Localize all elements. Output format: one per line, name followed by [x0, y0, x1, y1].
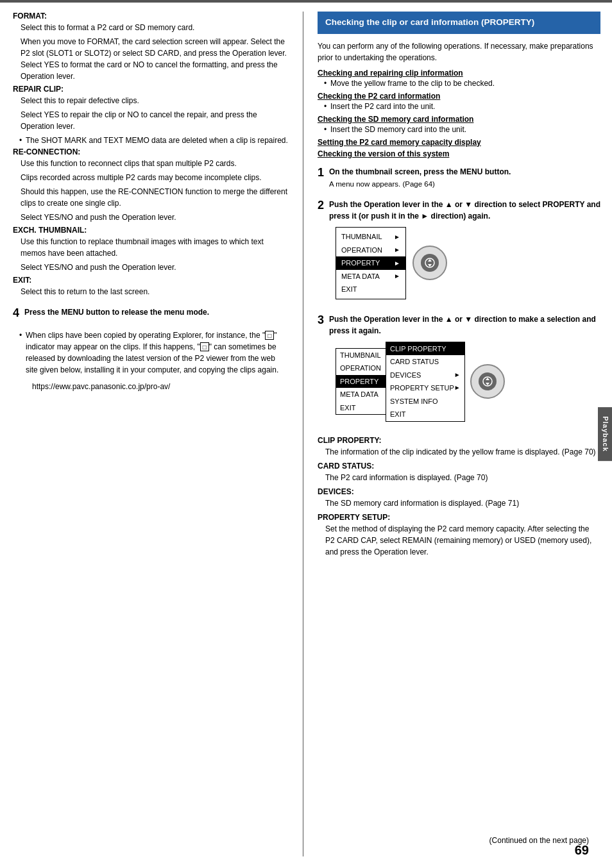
- card-status-heading: CARD STATUS:: [318, 462, 600, 471]
- property-setup-section: PROPERTY SETUP: Set the method of displa…: [318, 513, 600, 558]
- step2-text: Push the Operation lever in the ▲ or ▼ d…: [329, 200, 600, 221]
- check-repair-group: Checking and repairing clip information …: [318, 69, 600, 89]
- right-column: Checking the clip or card information (P…: [318, 12, 600, 856]
- format-p1: Select this to format a P2 card or SD me…: [13, 22, 289, 33]
- exit-section: EXIT: Select this to return to the last …: [13, 276, 289, 297]
- dial-inner-2: [479, 372, 497, 390]
- repair-clip-heading: REPAIR CLIP:: [13, 85, 289, 94]
- card-status-section: CARD STATUS: The P2 card information is …: [318, 462, 600, 483]
- svg-marker-5: [486, 383, 489, 385]
- url-text: https://eww.pavc.panasonic.co.jp/pro-av/: [13, 382, 289, 391]
- step4-wrapper: 4 Press the MENU button to release the m…: [13, 306, 289, 321]
- check-sd-bullet: Insert the SD memory card into the unit.: [318, 124, 600, 135]
- exch-thumbnail-heading: EXCH. THUMBNAIL:: [13, 226, 289, 235]
- submenu-left-thumbnail: THUMBNAIL: [336, 349, 386, 362]
- clip-property-text: The information of the clip indicated by…: [318, 446, 600, 458]
- reconnection-p1: Use this function to reconnect clips tha…: [13, 158, 289, 169]
- clip-property-heading: CLIP PROPERTY:: [318, 436, 600, 445]
- menu-item-operation: OPERATION►: [336, 244, 405, 257]
- step2-number: 2: [318, 199, 324, 213]
- reconnection-p3: Should this happen, use the RE-CONNECTIO…: [13, 186, 289, 209]
- step4-text: Press the MENU button to release the men…: [24, 308, 209, 317]
- left-column: FORMAT: Select this to format a P2 card …: [13, 12, 289, 856]
- devices-text: The SD memory card information is displa…: [318, 497, 600, 509]
- step1-number: 1: [318, 166, 324, 180]
- submenu-left-meta-data: META DATA: [336, 388, 386, 401]
- step2-menu-box: THUMBNAIL► OPERATION► PROPERTY► META DAT…: [336, 227, 406, 299]
- check-version-group: Checking the version of this system: [318, 149, 600, 158]
- exit-heading: EXIT:: [13, 276, 289, 285]
- step1-wrapper: 1 On the thumbnail screen, press the MEN…: [318, 166, 600, 190]
- repair-clip-p1: Select this to repair defective clips.: [13, 95, 289, 106]
- submenu-devices: DEVICES►: [386, 369, 464, 382]
- svg-marker-4: [486, 378, 489, 380]
- intro-text: You can perform any of the following ope…: [318, 40, 600, 63]
- repair-clip-p2: Select YES to repair the clip or NO to c…: [13, 109, 289, 132]
- check-sd-group: Checking the SD memory card information …: [318, 115, 600, 135]
- menu-item-thumbnail: THUMBNAIL►: [336, 230, 405, 244]
- svg-marker-2: [428, 264, 432, 267]
- note-section: When clips have been copied by operating…: [13, 330, 289, 376]
- clip-property-section: CLIP PROPERTY: The information of the cl…: [318, 436, 600, 458]
- check-version-link: Checking the version of this system: [318, 149, 600, 158]
- exit-p1: Select this to return to the last screen…: [13, 286, 289, 297]
- check-p2-link: Checking the P2 card information: [318, 92, 600, 101]
- property-setup-text: Set the method of displaying the P2 card…: [318, 523, 600, 558]
- check-repair-link: Checking and repairing clip information: [318, 69, 600, 78]
- check-p2-group: Checking the P2 card information Insert …: [318, 92, 600, 112]
- repair-clip-bullet: The SHOT MARK and TEXT MEMO data are del…: [13, 135, 289, 146]
- reconnection-heading: RE-CONNECTION:: [13, 147, 289, 156]
- step4-number: 4: [13, 306, 19, 321]
- exch-thumbnail-section: EXCH. THUMBNAIL: Use this function to re…: [13, 226, 289, 273]
- submenu-exit: EXIT: [386, 408, 464, 421]
- reconnection-p4: Select YES/NO and push the Operation lev…: [13, 212, 289, 223]
- submenu-left-exit: EXIT: [336, 401, 386, 415]
- property-setup-heading: PROPERTY SETUP:: [318, 513, 600, 522]
- repair-clip-section: REPAIR CLIP: Select this to repair defec…: [13, 85, 289, 146]
- check-p2-bullet: Insert the P2 card into the unit.: [318, 101, 600, 112]
- step1-text: On the thumbnail screen, press the MENU …: [329, 167, 511, 176]
- step1-sub: A menu now appears. (Page 64): [329, 179, 600, 190]
- submenu-right-box: CLIP PROPERTY CARD STATUS DEVICES► PROPE…: [386, 342, 465, 422]
- indicator-icon2: □: [200, 342, 209, 351]
- format-p2: When you move to FORMAT, the card select…: [13, 36, 289, 82]
- reconnection-p2: Clips recorded across multiple P2 cards …: [13, 172, 289, 183]
- setting-p2-group: Setting the P2 card memory capacity disp…: [318, 138, 600, 147]
- exch-thumbnail-p1: Use this function to replace thumbnail i…: [13, 236, 289, 259]
- menu-item-meta-data: META DATA►: [336, 270, 405, 283]
- submenu-clip-property: CLIP PROPERTY: [386, 342, 464, 356]
- menu-item-property: PROPERTY►: [336, 256, 405, 270]
- check-sd-link: Checking the SD memory card information: [318, 115, 600, 124]
- check-repair-bullet: Move the yellow frame to the clip to be …: [318, 78, 600, 89]
- submenu-system-info: SYSTEM INFO: [386, 395, 464, 408]
- step3-wrapper: 3 Push the Operation lever in the ▲ or ▼…: [318, 313, 600, 427]
- note-bullet: When clips have been copied by operating…: [13, 330, 289, 376]
- dial-inner: [421, 254, 439, 272]
- step3-submenu-diagram: THUMBNAIL OPERATION PROPERTY META DATA E…: [336, 342, 600, 422]
- section-header-title: Checking the clip or card information (P…: [325, 17, 534, 27]
- step2-wrapper: 2 Push the Operation lever in the ▲ or ▼…: [318, 199, 600, 305]
- setting-p2-link: Setting the P2 card memory capacity disp…: [318, 138, 600, 147]
- format-heading: FORMAT:: [13, 12, 289, 21]
- svg-marker-1: [428, 259, 432, 262]
- reconnection-section: RE-CONNECTION: Use this function to reco…: [13, 147, 289, 223]
- submenu-property-setup: PROPERTY SETUP►: [386, 381, 464, 395]
- dial-control-icon: [412, 246, 447, 280]
- continued-text: (Continued on the next page): [489, 836, 589, 845]
- top-border: [0, 0, 612, 3]
- submenu-left-operation: OPERATION: [336, 362, 386, 375]
- card-status-text: The P2 card information is displayed. (P…: [318, 472, 600, 483]
- step2-menu-diagram: THUMBNAIL► OPERATION► PROPERTY► META DAT…: [336, 227, 600, 299]
- step3-text: Push the Operation lever in the ▲ or ▼ d…: [329, 315, 596, 335]
- page-number: 69: [575, 843, 589, 858]
- indicator-icon: □: [265, 331, 274, 340]
- format-section: FORMAT: Select this to format a P2 card …: [13, 12, 289, 82]
- step3-number: 3: [318, 313, 324, 328]
- exch-thumbnail-p2: Select YES/NO and push the Operation lev…: [13, 262, 289, 273]
- devices-heading: DEVICES:: [318, 487, 600, 496]
- devices-section: DEVICES: The SD memory card information …: [318, 487, 600, 509]
- column-divider: [303, 12, 303, 856]
- section-header: Checking the clip or card information (P…: [318, 12, 600, 34]
- submenu-left-property: PROPERTY: [336, 375, 386, 388]
- submenu-card-status: CARD STATUS: [386, 355, 464, 369]
